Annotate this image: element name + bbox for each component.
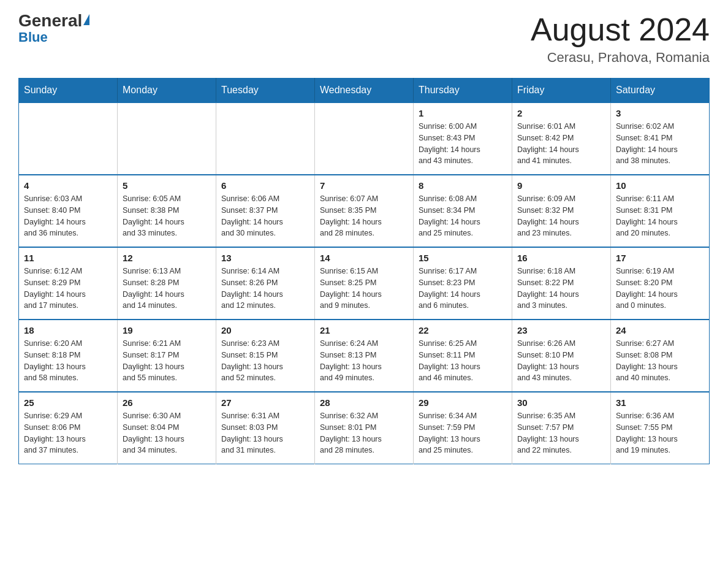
calendar-cell: 17Sunrise: 6:19 AMSunset: 8:20 PMDayligh…: [611, 247, 710, 320]
calendar-cell: 26Sunrise: 6:30 AMSunset: 8:04 PMDayligh…: [118, 392, 216, 464]
title-block: August 2024 Cerasu, Prahova, Romania: [531, 12, 710, 66]
day-number: 10: [616, 180, 704, 191]
calendar-cell: 6Sunrise: 6:06 AMSunset: 8:37 PMDaylight…: [216, 175, 315, 247]
day-number: 8: [419, 180, 507, 191]
calendar-cell: 28Sunrise: 6:32 AMSunset: 8:01 PMDayligh…: [315, 392, 414, 464]
calendar-cell: 4Sunrise: 6:03 AMSunset: 8:40 PMDaylight…: [19, 175, 118, 247]
calendar-cell: 12Sunrise: 6:13 AMSunset: 8:28 PMDayligh…: [118, 247, 216, 320]
day-of-week-tuesday: Tuesday: [216, 79, 315, 103]
day-number: 28: [320, 397, 408, 408]
day-number: 6: [221, 180, 309, 191]
day-info: Sunrise: 6:34 AMSunset: 7:59 PMDaylight:…: [419, 410, 507, 456]
logo: General Blue: [18, 12, 89, 45]
day-info: Sunrise: 6:35 AMSunset: 7:57 PMDaylight:…: [517, 410, 605, 456]
calendar-cell: 8Sunrise: 6:08 AMSunset: 8:34 PMDaylight…: [414, 175, 512, 247]
day-number: 2: [517, 108, 605, 118]
day-info: Sunrise: 6:18 AMSunset: 8:22 PMDaylight:…: [517, 266, 605, 312]
calendar-week-row: 4Sunrise: 6:03 AMSunset: 8:40 PMDaylight…: [19, 175, 710, 247]
day-info: Sunrise: 6:05 AMSunset: 8:38 PMDaylight:…: [123, 193, 211, 239]
calendar-cell: 19Sunrise: 6:21 AMSunset: 8:17 PMDayligh…: [118, 320, 216, 392]
day-number: 20: [221, 325, 309, 335]
calendar-cell: 30Sunrise: 6:35 AMSunset: 7:57 PMDayligh…: [512, 392, 611, 464]
day-info: Sunrise: 6:32 AMSunset: 8:01 PMDaylight:…: [320, 410, 408, 456]
calendar-cell: [118, 102, 216, 175]
day-of-week-wednesday: Wednesday: [315, 79, 414, 103]
day-number: 21: [320, 325, 408, 335]
calendar-subtitle: Cerasu, Prahova, Romania: [531, 50, 710, 66]
calendar-cell: 25Sunrise: 6:29 AMSunset: 8:06 PMDayligh…: [19, 392, 118, 464]
day-of-week-thursday: Thursday: [414, 79, 512, 103]
day-info: Sunrise: 6:01 AMSunset: 8:42 PMDaylight:…: [517, 121, 605, 167]
calendar-cell: 14Sunrise: 6:15 AMSunset: 8:25 PMDayligh…: [315, 247, 414, 320]
calendar-cell: 5Sunrise: 6:05 AMSunset: 8:38 PMDaylight…: [118, 175, 216, 247]
day-number: 16: [517, 253, 605, 263]
day-info: Sunrise: 6:13 AMSunset: 8:28 PMDaylight:…: [123, 266, 211, 312]
day-of-week-monday: Monday: [118, 79, 216, 103]
day-number: 26: [123, 397, 211, 408]
logo-general-text: General: [18, 12, 89, 29]
calendar-week-row: 1Sunrise: 6:00 AMSunset: 8:43 PMDaylight…: [19, 102, 710, 175]
day-number: 27: [221, 397, 309, 408]
calendar-cell: 22Sunrise: 6:25 AMSunset: 8:11 PMDayligh…: [414, 320, 512, 392]
calendar-cell: 24Sunrise: 6:27 AMSunset: 8:08 PMDayligh…: [611, 320, 710, 392]
logo-arrow-icon: [83, 14, 89, 25]
day-number: 7: [320, 180, 408, 191]
calendar-cell: 20Sunrise: 6:23 AMSunset: 8:15 PMDayligh…: [216, 320, 315, 392]
calendar-cell: 13Sunrise: 6:14 AMSunset: 8:26 PMDayligh…: [216, 247, 315, 320]
day-info: Sunrise: 6:03 AMSunset: 8:40 PMDaylight:…: [24, 193, 112, 239]
day-number: 17: [616, 253, 704, 263]
calendar-cell: [19, 102, 118, 175]
calendar-cell: 11Sunrise: 6:12 AMSunset: 8:29 PMDayligh…: [19, 247, 118, 320]
calendar-week-row: 11Sunrise: 6:12 AMSunset: 8:29 PMDayligh…: [19, 247, 710, 320]
day-number: 14: [320, 253, 408, 263]
day-info: Sunrise: 6:23 AMSunset: 8:15 PMDaylight:…: [221, 338, 309, 384]
day-number: 25: [24, 397, 112, 408]
day-info: Sunrise: 6:14 AMSunset: 8:26 PMDaylight:…: [221, 266, 309, 312]
day-info: Sunrise: 6:36 AMSunset: 7:55 PMDaylight:…: [616, 410, 704, 456]
day-info: Sunrise: 6:19 AMSunset: 8:20 PMDaylight:…: [616, 266, 704, 312]
page-header: General Blue August 2024 Cerasu, Prahova…: [18, 12, 710, 66]
day-number: 9: [517, 180, 605, 191]
day-info: Sunrise: 6:07 AMSunset: 8:35 PMDaylight:…: [320, 193, 408, 239]
day-number: 24: [616, 325, 704, 335]
day-of-week-saturday: Saturday: [611, 79, 710, 103]
day-number: 5: [123, 180, 211, 191]
logo-blue-text: Blue: [18, 29, 48, 45]
calendar-title: August 2024: [531, 12, 710, 47]
day-number: 12: [123, 253, 211, 263]
day-info: Sunrise: 6:29 AMSunset: 8:06 PMDaylight:…: [24, 410, 112, 456]
day-info: Sunrise: 6:15 AMSunset: 8:25 PMDaylight:…: [320, 266, 408, 312]
day-info: Sunrise: 6:09 AMSunset: 8:32 PMDaylight:…: [517, 193, 605, 239]
day-number: 23: [517, 325, 605, 335]
day-info: Sunrise: 6:26 AMSunset: 8:10 PMDaylight:…: [517, 338, 605, 384]
day-info: Sunrise: 6:17 AMSunset: 8:23 PMDaylight:…: [419, 266, 507, 312]
day-info: Sunrise: 6:00 AMSunset: 8:43 PMDaylight:…: [419, 121, 507, 167]
calendar-cell: 27Sunrise: 6:31 AMSunset: 8:03 PMDayligh…: [216, 392, 315, 464]
calendar-cell: 23Sunrise: 6:26 AMSunset: 8:10 PMDayligh…: [512, 320, 611, 392]
calendar-header-row: SundayMondayTuesdayWednesdayThursdayFrid…: [19, 79, 710, 103]
day-number: 18: [24, 325, 112, 335]
day-info: Sunrise: 6:27 AMSunset: 8:08 PMDaylight:…: [616, 338, 704, 384]
day-info: Sunrise: 6:12 AMSunset: 8:29 PMDaylight:…: [24, 266, 112, 312]
day-info: Sunrise: 6:30 AMSunset: 8:04 PMDaylight:…: [123, 410, 211, 456]
day-info: Sunrise: 6:20 AMSunset: 8:18 PMDaylight:…: [24, 338, 112, 384]
calendar-cell: 10Sunrise: 6:11 AMSunset: 8:31 PMDayligh…: [611, 175, 710, 247]
calendar-cell: 9Sunrise: 6:09 AMSunset: 8:32 PMDaylight…: [512, 175, 611, 247]
day-number: 11: [24, 253, 112, 263]
calendar-cell: 18Sunrise: 6:20 AMSunset: 8:18 PMDayligh…: [19, 320, 118, 392]
calendar-cell: 16Sunrise: 6:18 AMSunset: 8:22 PMDayligh…: [512, 247, 611, 320]
day-info: Sunrise: 6:02 AMSunset: 8:41 PMDaylight:…: [616, 121, 704, 167]
day-number: 1: [419, 108, 507, 118]
calendar-week-row: 18Sunrise: 6:20 AMSunset: 8:18 PMDayligh…: [19, 320, 710, 392]
day-number: 3: [616, 108, 704, 118]
calendar-week-row: 25Sunrise: 6:29 AMSunset: 8:06 PMDayligh…: [19, 392, 710, 464]
calendar-cell: [216, 102, 315, 175]
day-info: Sunrise: 6:06 AMSunset: 8:37 PMDaylight:…: [221, 193, 309, 239]
day-info: Sunrise: 6:11 AMSunset: 8:31 PMDaylight:…: [616, 193, 704, 239]
day-number: 29: [419, 397, 507, 408]
calendar-cell: 3Sunrise: 6:02 AMSunset: 8:41 PMDaylight…: [611, 102, 710, 175]
calendar-cell: 29Sunrise: 6:34 AMSunset: 7:59 PMDayligh…: [414, 392, 512, 464]
day-number: 4: [24, 180, 112, 191]
calendar-cell: 15Sunrise: 6:17 AMSunset: 8:23 PMDayligh…: [414, 247, 512, 320]
day-info: Sunrise: 6:31 AMSunset: 8:03 PMDaylight:…: [221, 410, 309, 456]
